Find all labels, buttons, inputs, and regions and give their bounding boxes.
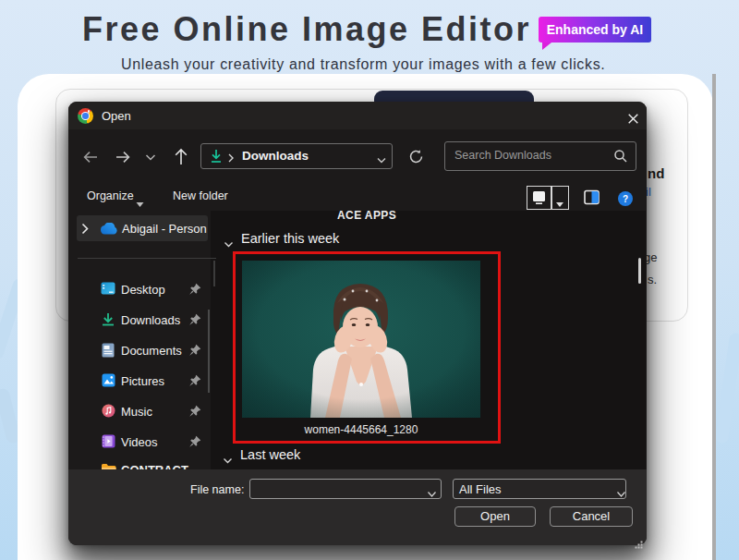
- svg-text:?: ?: [623, 194, 628, 204]
